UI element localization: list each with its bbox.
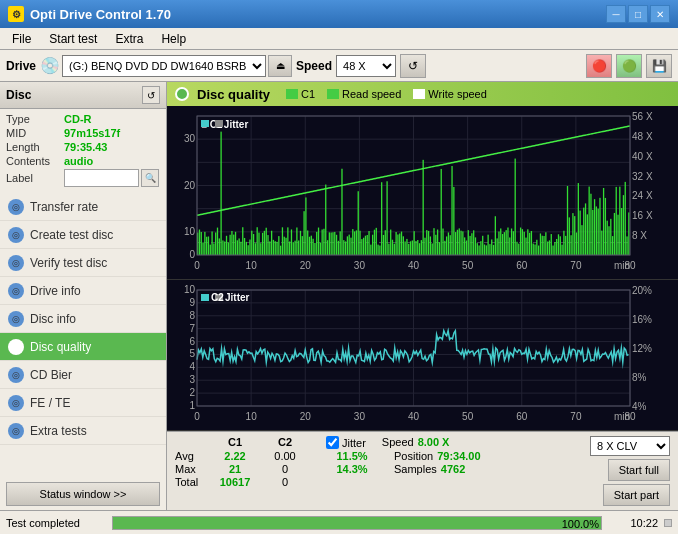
status-bar: Test completed 100.0% 10:22 — [0, 510, 678, 534]
start-part-button[interactable]: Start part — [603, 484, 670, 506]
type-value: CD-R — [64, 113, 92, 125]
title-bar: ⚙ Opti Drive Control 1.70 ─ □ ✕ — [0, 0, 678, 28]
drive-select[interactable]: (G:) BENQ DVD DD DW1640 BSRB — [62, 55, 266, 77]
position-value: 79:34.00 — [437, 450, 480, 462]
disc-info-table: Type CD-R MID 97m15s17f Length 79:35.43 … — [0, 109, 166, 193]
drive-label: Drive — [6, 59, 36, 73]
c1-legend-label: C1 — [301, 88, 315, 100]
sidebar-nav: ◎ Transfer rate ◎ Create test disc ◎ Ver… — [0, 193, 166, 445]
jitter-checkbox[interactable] — [326, 436, 339, 449]
label-btn[interactable]: 🔍 — [141, 169, 159, 187]
spacer2 — [366, 436, 382, 449]
c2-jitter-chart — [167, 280, 678, 430]
eject-button[interactable]: ⏏ — [268, 55, 292, 77]
avg-jitter: 11.5% — [326, 450, 378, 462]
charts-container — [167, 106, 678, 431]
extra-tests-label: Extra tests — [30, 424, 87, 438]
label-input[interactable] — [64, 169, 139, 187]
write-speed-color — [413, 89, 425, 99]
contents-key: Contents — [6, 155, 64, 167]
avg-label: Avg — [175, 450, 210, 462]
avg-c2: 0.00 — [260, 450, 310, 462]
mid-key: MID — [6, 127, 64, 139]
sidebar-item-disc-quality[interactable]: ◎ Disc quality — [0, 333, 166, 361]
sidebar-item-create-test-disc[interactable]: ◎ Create test disc — [0, 221, 166, 249]
cd-bier-label: CD Bier — [30, 368, 72, 382]
refresh-button[interactable]: ↺ — [400, 54, 426, 78]
menu-start-test[interactable]: Start test — [41, 30, 105, 48]
content-area: Disc quality C1 Read speed Write speed — [167, 82, 678, 510]
app-icon: ⚙ — [8, 6, 24, 22]
spacer — [310, 463, 326, 475]
progress-bar-container: 100.0% — [112, 516, 602, 530]
length-value: 79:35.43 — [64, 141, 107, 153]
transfer-rate-label: Transfer rate — [30, 200, 98, 214]
drive-info-label: Drive info — [30, 284, 81, 298]
spacer — [378, 463, 394, 475]
verify-test-disc-label: Verify test disc — [30, 256, 107, 270]
stats-row-label-spacer — [175, 436, 210, 449]
legend: C1 Read speed Write speed — [286, 88, 487, 100]
stats-table-container: C1 C2 Jitter Speed 8.00 X Avg 2.22 — [175, 436, 582, 488]
write-speed-legend-label: Write speed — [428, 88, 487, 100]
total-label: Total — [175, 476, 210, 488]
save-button[interactable]: 💾 — [646, 54, 672, 78]
disc-info-icon: ◎ — [8, 311, 24, 327]
avg-c1: 2.22 — [210, 450, 260, 462]
samples-label: Samples — [394, 463, 437, 475]
sidebar-item-cd-bier[interactable]: ◎ CD Bier — [0, 361, 166, 389]
sidebar-item-fe-te[interactable]: ◎ FE / TE — [0, 389, 166, 417]
menu-file[interactable]: File — [4, 30, 39, 48]
green-button[interactable]: 🟢 — [616, 54, 642, 78]
menu-extra[interactable]: Extra — [107, 30, 151, 48]
stats-area: C1 C2 Jitter Speed 8.00 X Avg 2.22 — [167, 431, 678, 510]
speed-clv-select[interactable]: 8 X CLV 4 X CLV 16 X CLV — [590, 436, 670, 456]
sidebar-item-extra-tests[interactable]: ◎ Extra tests — [0, 417, 166, 445]
transfer-rate-icon: ◎ — [8, 199, 24, 215]
sidebar-item-verify-test-disc[interactable]: ◎ Verify test disc — [0, 249, 166, 277]
spacer — [310, 450, 326, 462]
c1-color — [286, 89, 298, 99]
legend-c1: C1 — [286, 88, 315, 100]
maximize-button[interactable]: □ — [628, 5, 648, 23]
create-test-disc-label: Create test disc — [30, 228, 113, 242]
drive-icon: 💿 — [40, 56, 60, 75]
pink-button[interactable]: 🔴 — [586, 54, 612, 78]
c1-chart — [167, 106, 678, 279]
right-controls: 8 X CLV 4 X CLV 16 X CLV Start full Star… — [590, 436, 670, 506]
disc-quality-header: Disc quality C1 Read speed Write speed — [167, 82, 678, 106]
status-indicator — [664, 519, 672, 527]
max-label: Max — [175, 463, 210, 475]
disc-info-label: Disc info — [30, 312, 76, 326]
chart2-wrapper — [167, 280, 678, 431]
sidebar-item-drive-info[interactable]: ◎ Drive info — [0, 277, 166, 305]
sidebar-item-transfer-rate[interactable]: ◎ Transfer rate — [0, 193, 166, 221]
speed-select[interactable]: 48 X 40 X 32 X — [336, 55, 396, 77]
disc-refresh-btn[interactable]: ↺ — [142, 86, 160, 104]
progress-text: 100.0% — [562, 517, 599, 531]
disc-quality-title: Disc quality — [197, 87, 270, 102]
total-row: Total 10617 0 — [175, 476, 582, 488]
menu-help[interactable]: Help — [153, 30, 194, 48]
sidebar-item-disc-info[interactable]: ◎ Disc info — [0, 305, 166, 333]
read-speed-color — [327, 89, 339, 99]
status-window-button[interactable]: Status window >> — [6, 482, 160, 506]
sidebar: Disc ↺ Type CD-R MID 97m15s17f Length 79… — [0, 82, 167, 510]
create-test-disc-icon: ◎ — [8, 227, 24, 243]
max-c1: 21 — [210, 463, 260, 475]
drive-select-wrapper: 💿 (G:) BENQ DVD DD DW1640 BSRB ⏏ — [40, 55, 292, 77]
minimize-button[interactable]: ─ — [606, 5, 626, 23]
dq-icon — [175, 87, 189, 101]
spacer — [310, 436, 326, 449]
disc-section-label: Disc — [6, 88, 31, 102]
start-full-button[interactable]: Start full — [608, 459, 670, 481]
total-c1: 10617 — [210, 476, 260, 488]
samples-value: 4762 — [441, 463, 465, 475]
spacer — [378, 450, 394, 462]
disc-header: Disc ↺ — [0, 82, 166, 109]
main-layout: Disc ↺ Type CD-R MID 97m15s17f Length 79… — [0, 82, 678, 510]
status-text: Test completed — [6, 517, 106, 529]
close-button[interactable]: ✕ — [650, 5, 670, 23]
verify-test-disc-icon: ◎ — [8, 255, 24, 271]
avg-row: Avg 2.22 0.00 11.5% Position 79:34.00 — [175, 450, 582, 462]
